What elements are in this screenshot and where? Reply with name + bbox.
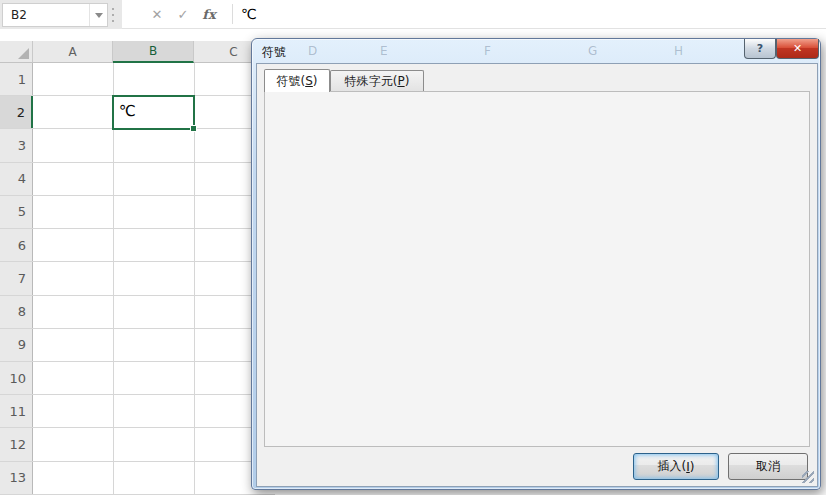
name-box-value: B2 (3, 8, 89, 22)
formula-bar-value: ℃ (241, 6, 257, 22)
toolbar-separator-dots (112, 8, 116, 22)
ghost-column-letter: D (308, 44, 317, 58)
insert-function-icon[interactable]: fx (196, 7, 222, 22)
row-header[interactable]: 9 (0, 329, 33, 361)
select-all-icon (18, 48, 29, 59)
fill-handle[interactable] (190, 125, 197, 132)
ghost-column-letter: F (484, 44, 491, 58)
row-header[interactable]: 10 (0, 362, 33, 394)
cancel-icon[interactable]: ✕ (144, 7, 170, 22)
formula-toolbar: B2 ✕ ✓ fx ℃ (0, 0, 826, 30)
help-icon: ? (757, 42, 763, 55)
row-header[interactable]: 7 (0, 262, 33, 294)
row-header[interactable]: 6 (0, 229, 33, 261)
symbols-tab-page (264, 91, 810, 447)
resize-grip[interactable] (802, 471, 814, 483)
sheet-row: 4 (0, 163, 275, 196)
enter-icon[interactable]: ✓ (170, 7, 196, 22)
sheet-row: 1 (0, 63, 275, 96)
row-header[interactable]: 11 (0, 395, 33, 427)
formula-bar-divider (232, 4, 233, 24)
name-box[interactable]: B2 (2, 3, 108, 27)
select-all-corner[interactable] (0, 41, 33, 63)
sheet-row: 8 (0, 296, 275, 329)
row-header[interactable]: 8 (0, 296, 33, 328)
ghost-column-letter: G (588, 44, 597, 58)
row-header[interactable]: 2 (0, 96, 33, 128)
ghost-column-letter: E (380, 44, 388, 58)
sheet-row: 10 (0, 362, 275, 395)
tab-symbols[interactable]: 符號(S) (264, 69, 330, 92)
column-header-b[interactable]: B (113, 41, 194, 63)
sheet-row: 6 (0, 229, 275, 262)
close-icon: ✕ (793, 42, 802, 55)
column-header-a[interactable]: A (33, 41, 113, 63)
excel-window: B2 ✕ ✓ fx ℃ A B C 1 2 3 4 5 (0, 0, 826, 495)
close-button[interactable]: ✕ (776, 39, 819, 59)
sheet-row: 11 (0, 395, 275, 428)
sheet-row: 3 (0, 129, 275, 162)
sheet-row: 13 (0, 462, 275, 495)
row-header[interactable]: 5 (0, 196, 33, 228)
row-header[interactable]: 4 (0, 163, 33, 195)
formula-bar[interactable]: ✕ ✓ fx ℃ (122, 0, 826, 29)
selection-border (112, 95, 195, 130)
symbol-dialog: D E F G H 符號 ? ✕ 符號(S) 特殊字元(P) 字型(F): We… (251, 38, 821, 490)
row-header[interactable]: 13 (0, 462, 33, 494)
name-box-dropdown-icon[interactable] (89, 4, 107, 26)
help-button[interactable]: ? (744, 39, 776, 59)
insert-button[interactable]: 插入(I) (633, 453, 719, 480)
row-header[interactable]: 3 (0, 129, 33, 161)
tab-special-characters[interactable]: 特殊字元(P) (330, 70, 424, 92)
sheet-row: 9 (0, 329, 275, 362)
sheet-row: 5 (0, 196, 275, 229)
ghost-column-letter: H (674, 44, 683, 58)
sheet-row: 7 (0, 262, 275, 295)
row-header[interactable]: 1 (0, 63, 33, 95)
sheet-row: 12 (0, 428, 275, 461)
cancel-button[interactable]: 取消 (728, 453, 808, 480)
dialog-title: 符號 (262, 44, 286, 61)
row-header[interactable]: 12 (0, 428, 33, 460)
